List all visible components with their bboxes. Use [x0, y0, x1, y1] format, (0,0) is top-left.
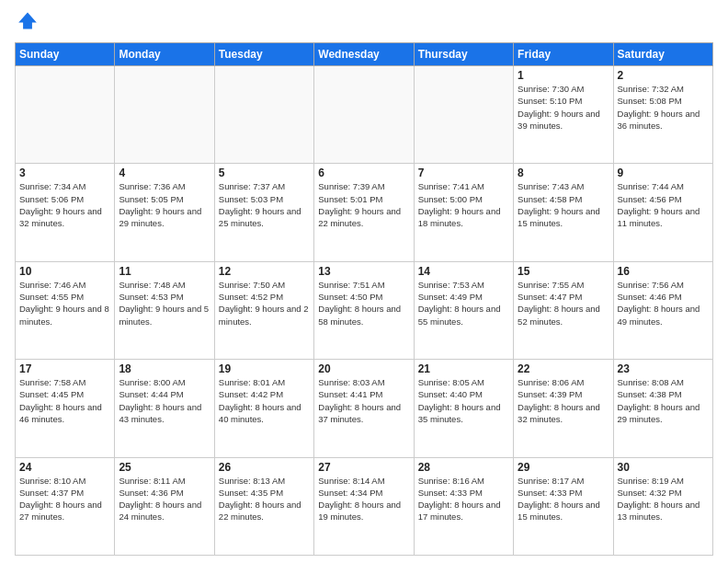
day-info: Sunrise: 7:43 AM Sunset: 4:58 PM Dayligh…: [518, 180, 609, 229]
day-number: 17: [19, 362, 110, 375]
day-info: Sunrise: 7:44 AM Sunset: 4:56 PM Dayligh…: [618, 180, 709, 229]
day-number: 3: [19, 167, 110, 179]
day-info: Sunrise: 7:32 AM Sunset: 5:08 PM Dayligh…: [618, 83, 709, 132]
calendar-cell: [314, 66, 414, 164]
calendar-cell: 6Sunrise: 7:39 AM Sunset: 5:01 PM Daylig…: [314, 164, 414, 261]
logo: [15, 11, 44, 37]
week-row-5: 24Sunrise: 8:10 AM Sunset: 4:37 PM Dayli…: [16, 457, 713, 555]
calendar-cell: 4Sunrise: 7:36 AM Sunset: 5:05 PM Daylig…: [115, 164, 214, 261]
day-info: Sunrise: 8:13 AM Sunset: 4:35 PM Dayligh…: [219, 475, 310, 523]
day-number: 5: [219, 167, 310, 179]
calendar-cell: 16Sunrise: 7:56 AM Sunset: 4:46 PM Dayli…: [613, 261, 712, 359]
week-row-3: 10Sunrise: 7:46 AM Sunset: 4:55 PM Dayli…: [16, 261, 713, 359]
calendar-cell: 17Sunrise: 7:58 AM Sunset: 4:45 PM Dayli…: [16, 360, 115, 457]
day-info: Sunrise: 7:48 AM Sunset: 4:53 PM Dayligh…: [119, 279, 210, 327]
day-number: 25: [119, 461, 210, 474]
day-info: Sunrise: 8:00 AM Sunset: 4:44 PM Dayligh…: [119, 376, 210, 425]
day-info: Sunrise: 8:16 AM Sunset: 4:33 PM Dayligh…: [418, 475, 509, 523]
day-info: Sunrise: 7:53 AM Sunset: 4:49 PM Dayligh…: [418, 279, 509, 327]
calendar-cell: 3Sunrise: 7:34 AM Sunset: 5:06 PM Daylig…: [16, 164, 115, 261]
page: SundayMondayTuesdayWednesdayThursdayFrid…: [0, 0, 728, 563]
logo-icon: [15, 11, 40, 37]
day-number: 11: [119, 265, 210, 278]
calendar-cell: 27Sunrise: 8:14 AM Sunset: 4:34 PM Dayli…: [314, 457, 414, 555]
calendar-cell: 7Sunrise: 7:41 AM Sunset: 5:00 PM Daylig…: [414, 164, 513, 261]
day-info: Sunrise: 7:58 AM Sunset: 4:45 PM Dayligh…: [19, 376, 110, 425]
day-header-sunday: Sunday: [16, 43, 115, 66]
day-number: 1: [518, 69, 609, 82]
day-info: Sunrise: 8:11 AM Sunset: 4:36 PM Dayligh…: [119, 475, 210, 523]
calendar-header-row: SundayMondayTuesdayWednesdayThursdayFrid…: [16, 43, 713, 66]
calendar-cell: 13Sunrise: 7:51 AM Sunset: 4:50 PM Dayli…: [314, 261, 414, 359]
day-number: 10: [19, 265, 110, 278]
calendar-cell: 22Sunrise: 8:06 AM Sunset: 4:39 PM Dayli…: [514, 360, 613, 457]
day-number: 4: [119, 167, 210, 179]
day-number: 18: [119, 362, 210, 375]
day-number: 15: [518, 265, 609, 278]
calendar-cell: [16, 66, 115, 164]
day-number: 27: [318, 461, 409, 474]
day-number: 13: [318, 265, 409, 278]
week-row-4: 17Sunrise: 7:58 AM Sunset: 4:45 PM Dayli…: [16, 360, 713, 457]
calendar-cell: 18Sunrise: 8:00 AM Sunset: 4:44 PM Dayli…: [115, 360, 214, 457]
calendar-cell: 28Sunrise: 8:16 AM Sunset: 4:33 PM Dayli…: [414, 457, 513, 555]
day-info: Sunrise: 7:46 AM Sunset: 4:55 PM Dayligh…: [19, 279, 110, 327]
calendar-cell: [414, 66, 513, 164]
day-info: Sunrise: 7:50 AM Sunset: 4:52 PM Dayligh…: [219, 279, 310, 327]
calendar-cell: 21Sunrise: 8:05 AM Sunset: 4:40 PM Dayli…: [414, 360, 513, 457]
day-number: 21: [418, 362, 509, 375]
day-number: 28: [418, 461, 509, 474]
day-number: 7: [418, 167, 509, 179]
day-number: 26: [219, 461, 310, 474]
day-info: Sunrise: 7:36 AM Sunset: 5:05 PM Dayligh…: [119, 180, 210, 229]
calendar-cell: 30Sunrise: 8:19 AM Sunset: 4:32 PM Dayli…: [613, 457, 712, 555]
calendar-cell: 24Sunrise: 8:10 AM Sunset: 4:37 PM Dayli…: [16, 457, 115, 555]
day-number: 6: [318, 167, 409, 179]
day-header-saturday: Saturday: [613, 43, 712, 66]
day-number: 12: [219, 265, 310, 278]
day-info: Sunrise: 8:03 AM Sunset: 4:41 PM Dayligh…: [318, 376, 409, 425]
calendar-cell: 15Sunrise: 7:55 AM Sunset: 4:47 PM Dayli…: [514, 261, 613, 359]
calendar-cell: 5Sunrise: 7:37 AM Sunset: 5:03 PM Daylig…: [214, 164, 313, 261]
day-info: Sunrise: 7:51 AM Sunset: 4:50 PM Dayligh…: [318, 279, 409, 327]
day-info: Sunrise: 8:14 AM Sunset: 4:34 PM Dayligh…: [318, 475, 409, 523]
day-number: 30: [618, 461, 709, 474]
day-info: Sunrise: 8:01 AM Sunset: 4:42 PM Dayligh…: [219, 376, 310, 425]
day-number: 22: [518, 362, 609, 375]
day-number: 16: [618, 265, 709, 278]
calendar-cell: 14Sunrise: 7:53 AM Sunset: 4:49 PM Dayli…: [414, 261, 513, 359]
day-info: Sunrise: 7:34 AM Sunset: 5:06 PM Dayligh…: [19, 180, 110, 229]
day-info: Sunrise: 7:39 AM Sunset: 5:01 PM Dayligh…: [318, 180, 409, 229]
calendar: SundayMondayTuesdayWednesdayThursdayFrid…: [15, 42, 713, 556]
svg-marker-0: [18, 12, 37, 29]
calendar-cell: 20Sunrise: 8:03 AM Sunset: 4:41 PM Dayli…: [314, 360, 414, 457]
calendar-cell: 23Sunrise: 8:08 AM Sunset: 4:38 PM Dayli…: [613, 360, 712, 457]
week-row-1: 1Sunrise: 7:30 AM Sunset: 5:10 PM Daylig…: [16, 66, 713, 164]
calendar-cell: 25Sunrise: 8:11 AM Sunset: 4:36 PM Dayli…: [115, 457, 214, 555]
calendar-cell: 11Sunrise: 7:48 AM Sunset: 4:53 PM Dayli…: [115, 261, 214, 359]
calendar-cell: 8Sunrise: 7:43 AM Sunset: 4:58 PM Daylig…: [514, 164, 613, 261]
calendar-cell: 19Sunrise: 8:01 AM Sunset: 4:42 PM Dayli…: [214, 360, 313, 457]
day-info: Sunrise: 7:56 AM Sunset: 4:46 PM Dayligh…: [618, 279, 709, 327]
day-info: Sunrise: 7:37 AM Sunset: 5:03 PM Dayligh…: [219, 180, 310, 229]
calendar-cell: 12Sunrise: 7:50 AM Sunset: 4:52 PM Dayli…: [214, 261, 313, 359]
day-info: Sunrise: 8:17 AM Sunset: 4:33 PM Dayligh…: [518, 475, 609, 523]
day-number: 20: [318, 362, 409, 375]
day-header-tuesday: Tuesday: [214, 43, 313, 66]
day-info: Sunrise: 8:06 AM Sunset: 4:39 PM Dayligh…: [518, 376, 609, 425]
calendar-cell: 1Sunrise: 7:30 AM Sunset: 5:10 PM Daylig…: [514, 66, 613, 164]
day-info: Sunrise: 8:08 AM Sunset: 4:38 PM Dayligh…: [618, 376, 709, 425]
day-info: Sunrise: 7:41 AM Sunset: 5:00 PM Dayligh…: [418, 180, 509, 229]
day-info: Sunrise: 8:05 AM Sunset: 4:40 PM Dayligh…: [418, 376, 509, 425]
day-number: 19: [219, 362, 310, 375]
day-info: Sunrise: 7:30 AM Sunset: 5:10 PM Dayligh…: [518, 83, 609, 132]
day-header-wednesday: Wednesday: [314, 43, 414, 66]
header: [15, 11, 713, 37]
day-number: 29: [518, 461, 609, 474]
day-number: 9: [618, 167, 709, 179]
calendar-cell: [115, 66, 214, 164]
day-header-thursday: Thursday: [414, 43, 513, 66]
calendar-cell: [214, 66, 313, 164]
day-number: 23: [618, 362, 709, 375]
calendar-cell: 2Sunrise: 7:32 AM Sunset: 5:08 PM Daylig…: [613, 66, 712, 164]
